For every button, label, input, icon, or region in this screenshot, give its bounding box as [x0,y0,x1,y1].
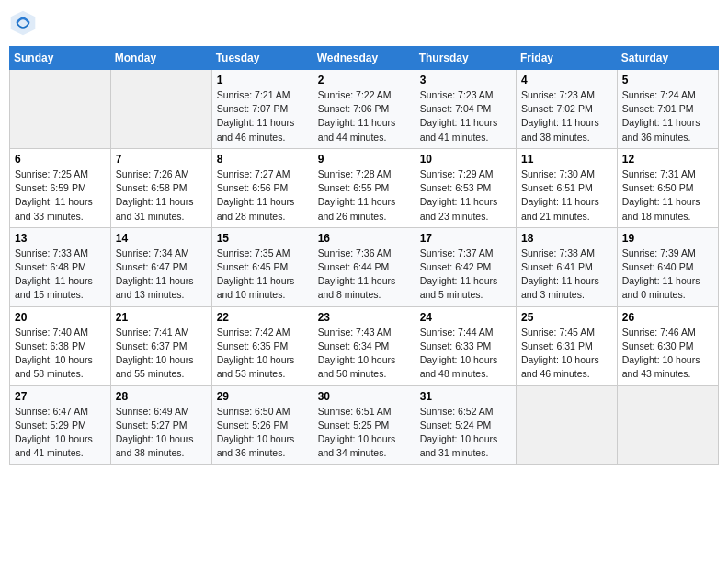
day-number: 11 [521,153,612,166]
day-number: 12 [622,153,713,166]
day-number: 26 [622,311,713,324]
day-info: Sunrise: 7:28 AM Sunset: 6:55 PM Dayligh… [318,167,410,224]
svg-marker-0 [11,11,36,36]
calendar-cell: 28Sunrise: 6:49 AM Sunset: 5:27 PM Dayli… [110,385,211,465]
day-number: 21 [116,311,207,324]
day-info: Sunrise: 6:47 AM Sunset: 5:29 PM Dayligh… [15,405,106,461]
calendar-cell: 19Sunrise: 7:39 AM Sunset: 6:40 PM Dayli… [617,227,718,306]
calendar-cell: 14Sunrise: 7:34 AM Sunset: 6:47 PM Dayli… [110,227,211,306]
day-number: 25 [521,311,612,324]
day-number: 23 [318,311,410,324]
day-number: 29 [217,390,308,403]
day-info: Sunrise: 7:31 AM Sunset: 6:50 PM Dayligh… [622,167,713,224]
calendar-cell: 8Sunrise: 7:27 AM Sunset: 6:56 PM Daylig… [211,148,313,227]
day-info: Sunrise: 7:37 AM Sunset: 6:42 PM Dayligh… [420,247,511,303]
day-info: Sunrise: 6:49 AM Sunset: 5:27 PM Dayligh… [116,405,207,461]
day-info: Sunrise: 7:39 AM Sunset: 6:40 PM Dayligh… [622,247,713,303]
calendar-cell: 24Sunrise: 7:44 AM Sunset: 6:33 PM Dayli… [415,306,516,385]
day-info: Sunrise: 7:35 AM Sunset: 6:45 PM Dayligh… [217,247,308,303]
day-info: Sunrise: 7:43 AM Sunset: 6:34 PM Dayligh… [318,326,410,382]
day-info: Sunrise: 7:33 AM Sunset: 6:48 PM Dayligh… [15,247,106,303]
logo-icon [9,9,37,37]
calendar-week-row: 27Sunrise: 6:47 AM Sunset: 5:29 PM Dayli… [10,385,719,465]
day-info: Sunrise: 7:27 AM Sunset: 6:56 PM Dayligh… [217,167,308,224]
day-info: Sunrise: 6:52 AM Sunset: 5:24 PM Dayligh… [420,405,511,461]
calendar-cell: 22Sunrise: 7:42 AM Sunset: 6:35 PM Dayli… [211,306,313,385]
day-info: Sunrise: 7:38 AM Sunset: 6:41 PM Dayligh… [521,247,612,303]
calendar-cell: 1Sunrise: 7:21 AM Sunset: 7:07 PM Daylig… [211,70,313,149]
day-info: Sunrise: 7:42 AM Sunset: 6:35 PM Dayligh… [217,326,308,382]
calendar-cell: 6Sunrise: 7:25 AM Sunset: 6:59 PM Daylig… [10,148,111,227]
calendar-cell: 29Sunrise: 6:50 AM Sunset: 5:26 PM Dayli… [211,385,313,465]
page-header [9,9,719,37]
weekday-header: Monday [110,47,211,70]
weekday-header: Saturday [617,47,718,70]
calendar-cell: 7Sunrise: 7:26 AM Sunset: 6:58 PM Daylig… [110,148,211,227]
logo [9,9,40,37]
calendar-cell [110,70,211,149]
day-number: 5 [622,74,713,86]
calendar-cell: 31Sunrise: 6:52 AM Sunset: 5:24 PM Dayli… [415,385,516,465]
day-number: 2 [318,74,410,86]
calendar-cell [517,385,618,465]
calendar-cell: 15Sunrise: 7:35 AM Sunset: 6:45 PM Dayli… [211,227,313,306]
calendar-cell: 23Sunrise: 7:43 AM Sunset: 6:34 PM Dayli… [313,306,415,385]
calendar-cell: 12Sunrise: 7:31 AM Sunset: 6:50 PM Dayli… [617,148,718,227]
day-info: Sunrise: 7:25 AM Sunset: 6:59 PM Dayligh… [15,167,106,224]
calendar-cell: 17Sunrise: 7:37 AM Sunset: 6:42 PM Dayli… [415,227,516,306]
day-number: 27 [15,390,106,403]
calendar-week-row: 13Sunrise: 7:33 AM Sunset: 6:48 PM Dayli… [10,227,719,306]
calendar-cell: 10Sunrise: 7:29 AM Sunset: 6:53 PM Dayli… [415,148,516,227]
day-number: 31 [420,390,511,403]
day-info: Sunrise: 7:21 AM Sunset: 7:07 PM Dayligh… [217,88,308,144]
calendar-table: SundayMondayTuesdayWednesdayThursdayFrid… [9,46,719,465]
day-info: Sunrise: 7:36 AM Sunset: 6:44 PM Dayligh… [318,247,410,303]
calendar-cell: 20Sunrise: 7:40 AM Sunset: 6:38 PM Dayli… [10,306,111,385]
day-info: Sunrise: 7:23 AM Sunset: 7:02 PM Dayligh… [521,88,612,144]
day-info: Sunrise: 7:29 AM Sunset: 6:53 PM Dayligh… [420,167,511,224]
day-number: 22 [217,311,308,324]
calendar-cell: 13Sunrise: 7:33 AM Sunset: 6:48 PM Dayli… [10,227,111,306]
day-number: 4 [521,74,612,86]
calendar-cell: 4Sunrise: 7:23 AM Sunset: 7:02 PM Daylig… [517,70,618,149]
calendar-cell [617,385,718,465]
day-info: Sunrise: 7:41 AM Sunset: 6:37 PM Dayligh… [116,326,207,382]
calendar-cell: 11Sunrise: 7:30 AM Sunset: 6:51 PM Dayli… [517,148,618,227]
day-info: Sunrise: 6:51 AM Sunset: 5:25 PM Dayligh… [318,405,410,461]
day-number: 10 [420,153,511,166]
day-number: 9 [318,153,410,166]
day-info: Sunrise: 7:40 AM Sunset: 6:38 PM Dayligh… [15,326,106,382]
weekday-header: Sunday [10,47,111,70]
day-number: 19 [622,232,713,245]
calendar-header: SundayMondayTuesdayWednesdayThursdayFrid… [10,47,719,70]
weekday-row: SundayMondayTuesdayWednesdayThursdayFrid… [10,47,719,70]
day-number: 14 [116,232,207,245]
calendar-body: 1Sunrise: 7:21 AM Sunset: 7:07 PM Daylig… [10,70,719,465]
weekday-header: Wednesday [313,47,415,70]
calendar-cell: 5Sunrise: 7:24 AM Sunset: 7:01 PM Daylig… [617,70,718,149]
weekday-header: Friday [517,47,618,70]
day-number: 7 [116,153,207,166]
day-number: 3 [420,74,511,86]
calendar-cell: 16Sunrise: 7:36 AM Sunset: 6:44 PM Dayli… [313,227,415,306]
day-number: 17 [420,232,511,245]
day-info: Sunrise: 7:23 AM Sunset: 7:04 PM Dayligh… [420,88,511,144]
calendar-cell: 25Sunrise: 7:45 AM Sunset: 6:31 PM Dayli… [517,306,618,385]
day-info: Sunrise: 7:30 AM Sunset: 6:51 PM Dayligh… [521,167,612,224]
calendar-cell: 2Sunrise: 7:22 AM Sunset: 7:06 PM Daylig… [313,70,415,149]
weekday-header: Thursday [415,47,516,70]
calendar-week-row: 6Sunrise: 7:25 AM Sunset: 6:59 PM Daylig… [10,148,719,227]
day-info: Sunrise: 6:50 AM Sunset: 5:26 PM Dayligh… [217,405,308,461]
calendar-cell: 21Sunrise: 7:41 AM Sunset: 6:37 PM Dayli… [110,306,211,385]
calendar-cell: 18Sunrise: 7:38 AM Sunset: 6:41 PM Dayli… [517,227,618,306]
day-number: 28 [116,390,207,403]
calendar-cell [10,70,111,149]
calendar-cell: 30Sunrise: 6:51 AM Sunset: 5:25 PM Dayli… [313,385,415,465]
day-number: 20 [15,311,106,324]
calendar-cell: 3Sunrise: 7:23 AM Sunset: 7:04 PM Daylig… [415,70,516,149]
day-number: 8 [217,153,308,166]
day-number: 16 [318,232,410,245]
day-number: 15 [217,232,308,245]
calendar-week-row: 20Sunrise: 7:40 AM Sunset: 6:38 PM Dayli… [10,306,719,385]
calendar-cell: 9Sunrise: 7:28 AM Sunset: 6:55 PM Daylig… [313,148,415,227]
